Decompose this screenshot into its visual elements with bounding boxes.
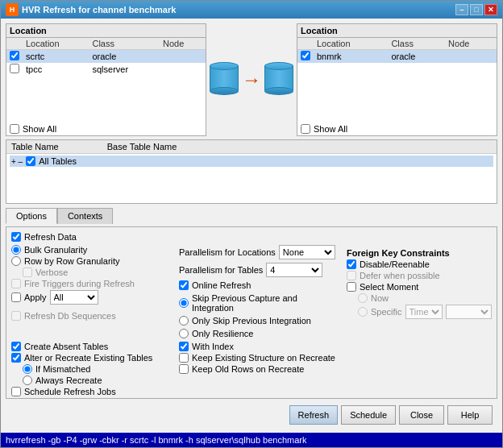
always-recreate-label: Always Recreate (35, 375, 102, 385)
keep-old-rows-checkbox[interactable] (179, 364, 189, 374)
right-location-box: Location Location Class Node bnmr (297, 23, 497, 136)
create-absent-checkbox[interactable] (11, 342, 21, 351)
select-moment-checkbox[interactable] (347, 282, 356, 292)
defer-when-checkbox[interactable] (347, 271, 356, 280)
left-location-table: Location Class Node scrtc oracle (6, 38, 206, 76)
fire-triggers-label: Fire Triggers during Refresh (24, 279, 135, 288)
refresh-db-row: Refresh Db Sequences (11, 311, 173, 321)
right-row1-node (445, 50, 497, 64)
disable-reenable-label: Disable/Reenable (360, 259, 430, 269)
close-button[interactable]: Close (399, 405, 444, 425)
only-resilience-radio[interactable] (179, 329, 189, 338)
left-col-node: Node (160, 38, 206, 50)
schedule-refresh-label: Schedule Refresh Jobs (24, 387, 116, 396)
online-refresh-checkbox[interactable] (179, 280, 189, 290)
tree-expand-icon[interactable]: + – (11, 157, 23, 166)
row-by-row-radio[interactable] (11, 256, 21, 266)
schedule-button[interactable]: Schedule (341, 405, 396, 425)
apply-select[interactable]: All None (50, 290, 98, 305)
table-section: Table Name Base Table Name + – All Table… (6, 139, 497, 204)
only-skip-prev-radio[interactable] (179, 316, 189, 326)
skip-prev-capture-radio[interactable] (179, 298, 189, 308)
tab-contexts[interactable]: Contexts (57, 208, 113, 224)
source-db-icon (210, 62, 239, 97)
top-section: Location Location Class Node scrt (6, 23, 497, 136)
all-tables-row: + – All Tables (10, 156, 493, 167)
maximize-button[interactable]: □ (470, 4, 483, 15)
with-index-checkbox[interactable] (179, 342, 189, 351)
keep-old-rows-row: Keep Old Rows on Recreate (179, 364, 492, 374)
bulk-granularity-label: Bulk Granularity (24, 245, 87, 255)
bulk-granularity-radio[interactable] (11, 245, 21, 255)
fk-constraints-label: Foreign Key Constraints (347, 248, 492, 258)
schedule-refresh-checkbox[interactable] (11, 387, 21, 396)
parallelism-locations-row: Parallelism for Locations None248 (179, 245, 340, 259)
create-absent-row: Create Absent Tables (11, 342, 173, 351)
help-button[interactable]: Help (447, 405, 493, 425)
time-select[interactable]: Time (405, 305, 443, 319)
close-window-button[interactable]: ✕ (484, 4, 497, 15)
apply-label: Apply (24, 292, 47, 302)
skip-prev-capture-label: Skip Previous Capture and Integration (192, 293, 340, 313)
arrow-icon: → (242, 68, 261, 91)
left-row1-node (160, 50, 206, 64)
now-row: Now (358, 293, 492, 303)
left-row2-checkbox[interactable] (10, 64, 19, 73)
right-location-header: Location (297, 24, 497, 38)
parallelism-tables-label: Parallelism for Tables (179, 265, 263, 275)
always-recreate-row: Always Recreate (23, 375, 173, 385)
keep-existing-row: Keep Existing Structure on Recreate (179, 353, 492, 363)
refresh-button[interactable]: Refresh (289, 405, 339, 425)
left-row1-location: scrtc (23, 50, 89, 64)
online-refresh-label: Online Refresh (192, 280, 251, 290)
apply-checkbox[interactable] (11, 292, 21, 302)
refresh-db-label: Refresh Db Sequences (24, 311, 116, 321)
with-index-row: With Index (179, 342, 492, 351)
verbose-row: Verbose (23, 268, 173, 277)
disable-reenable-checkbox[interactable] (347, 259, 356, 269)
alter-recreate-checkbox[interactable] (11, 353, 21, 363)
arrow-area: → (211, 23, 292, 136)
if-mismatched-radio[interactable] (23, 364, 32, 374)
parallelism-tables-select[interactable]: 1248 (266, 263, 322, 277)
middle-col: Parallelism for Locations None248 Parall… (179, 245, 340, 338)
window-title: HVR Refresh for channel benchmark (22, 5, 455, 15)
time-value-select[interactable] (446, 305, 492, 319)
verbose-checkbox[interactable] (23, 268, 32, 277)
right-bottom: With Index Keep Existing Structure on Re… (179, 342, 492, 396)
main-content: Location Location Class Node scrt (1, 19, 502, 433)
table-content: + – All Tables (6, 154, 497, 203)
minimize-button[interactable]: – (455, 4, 468, 15)
row-by-row-label: Row by Row Granularity (24, 256, 120, 266)
tab-options[interactable]: Options (6, 208, 57, 224)
right-col-class: Class (388, 38, 445, 50)
always-recreate-radio[interactable] (23, 375, 32, 385)
parallelism-locations-select[interactable]: None248 (279, 245, 335, 259)
with-index-label: With Index (192, 342, 234, 351)
right-col-node: Node (445, 38, 497, 50)
table-row: tpcc sqlserver (6, 63, 206, 76)
right-show-all-checkbox[interactable] (301, 124, 310, 134)
table-row: scrtc oracle (6, 50, 206, 64)
target-db-icon (264, 62, 293, 97)
refresh-data-checkbox[interactable] (11, 232, 21, 242)
left-row1-checkbox[interactable] (10, 51, 19, 60)
refresh-data-label: Refresh Data (24, 232, 77, 242)
right-row1-checkbox[interactable] (301, 51, 310, 60)
bottom-options: Create Absent Tables Alter or Recreate E… (11, 342, 492, 396)
left-show-all-label: Show All (23, 124, 56, 134)
specific-row: Specific Time (358, 305, 492, 319)
left-col-class: Class (89, 38, 160, 50)
keep-old-rows-label: Keep Old Rows on Recreate (192, 364, 304, 374)
refresh-db-checkbox[interactable] (11, 311, 21, 321)
status-text: hvrrefresh -gb -P4 -grw -cbkr -r scrtc -… (6, 435, 306, 445)
online-refresh-row: Online Refresh (179, 280, 340, 290)
now-radio[interactable] (358, 293, 368, 303)
left-show-all-checkbox[interactable] (10, 124, 19, 134)
specific-radio[interactable] (358, 307, 368, 317)
fire-triggers-checkbox[interactable] (11, 279, 21, 288)
left-row2-node (160, 63, 206, 76)
options-panel: Refresh Data Bulk Granularity Row by Row… (6, 226, 497, 399)
all-tables-checkbox[interactable] (26, 156, 35, 166)
keep-existing-checkbox[interactable] (179, 353, 189, 363)
